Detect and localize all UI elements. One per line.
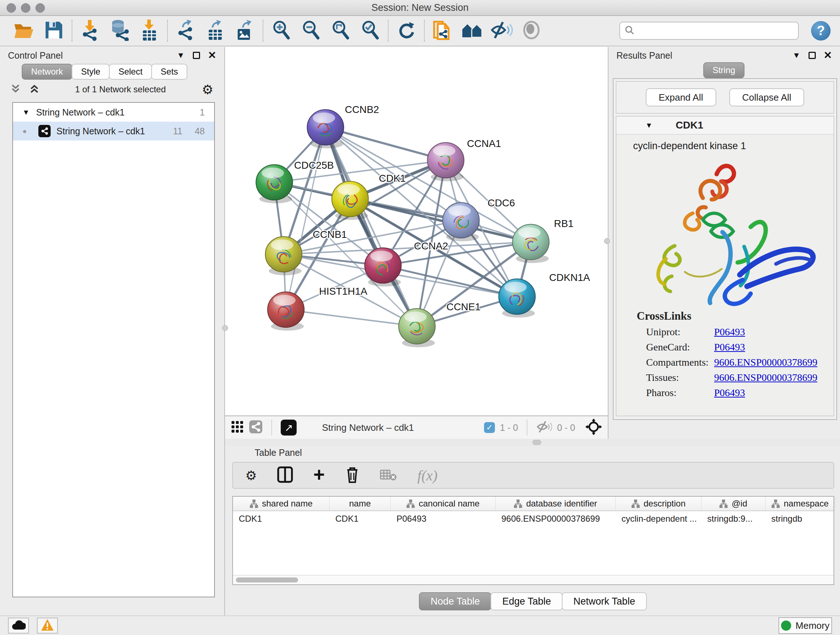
right-splitter-grip[interactable] [604,238,610,244]
tab-edge-table[interactable]: Edge Table [491,592,562,610]
check-icon: ✓ [486,423,493,432]
panel-close-icon[interactable]: ✕ [824,50,832,60]
node-RB1[interactable]: RB1 [513,218,574,263]
column-header-database-identifier[interactable]: database identifier [496,497,616,510]
tab-network[interactable]: Network [22,64,73,80]
cloud-button[interactable] [8,618,29,633]
table-horizontal-scrollbar[interactable] [233,575,834,584]
node-CCNB2[interactable]: CCNB2 [307,104,379,148]
export-image-button[interactable] [230,19,260,43]
node-CCNA1[interactable]: CCNA1 [427,138,501,181]
panel-collapse-icon[interactable]: ▼ [177,51,185,59]
node-CDKN1A[interactable]: CDKN1A [499,272,591,318]
table-cell[interactable]: P06493 [391,511,496,526]
window-close-button[interactable] [6,3,16,13]
refresh-view-button[interactable] [392,19,421,43]
table-row[interactable]: CDK1CDK1P064939606.ENSP00000378699cyclin… [233,511,834,526]
column-header-canonical-name[interactable]: canonical name [391,497,496,510]
detach-view-button[interactable]: ↗ [281,420,297,435]
zoom-in-button[interactable] [266,19,296,43]
splitter-grip[interactable] [532,440,541,445]
memory-button[interactable]: Memory [778,617,832,634]
network-view-title: String Network – cdk1 [322,422,414,433]
table-cell[interactable]: cyclin-dependent ... [616,511,701,526]
delete-column-icon[interactable] [345,466,360,485]
panel-close-icon[interactable]: ✕ [208,50,216,60]
scrollbar-thumb[interactable] [236,578,298,583]
table-cell[interactable]: CDK1 [330,511,391,526]
hidden-eye-icon[interactable] [536,420,552,435]
help-button[interactable]: ? [811,21,831,41]
network-row[interactable]: ● String Network – cdk1 11 48 [13,122,214,141]
panel-collapse-icon[interactable]: ▼ [793,51,801,59]
zoom-selected-button[interactable] [355,19,385,43]
import-network-button[interactable] [75,19,105,43]
network-mode-icon[interactable] [249,420,263,435]
node-result-header[interactable]: ▼ CDK1 [616,117,834,135]
network-canvas[interactable]: CCNB2CCNA1CDC25BCDK1CDC6RB1CCNB1CCNA2CDK… [225,47,608,416]
column-header-shared-name[interactable]: shared name [233,497,330,510]
fit-content-icon[interactable] [585,418,602,437]
expand-all-nets-icon[interactable] [30,84,39,95]
edge-CCNB2-HIST1H1A[interactable] [286,127,325,310]
column-header--id[interactable]: @id [701,497,766,510]
crosslink-link[interactable]: 9606.ENSP00000378699 [714,372,817,383]
warning-button[interactable] [37,618,58,633]
crosslink-link[interactable]: P06493 [714,326,745,338]
table-gear-icon[interactable]: ⚙ [245,468,257,483]
columns-icon[interactable] [277,466,293,485]
window-zoom-button[interactable] [35,3,45,13]
tab-sets[interactable]: Sets [151,64,187,80]
crosslink-link[interactable]: P06493 [714,341,745,353]
tab-string[interactable]: String [703,62,745,78]
show-glass-button[interactable] [516,19,546,43]
export-table-button[interactable] [201,19,230,43]
column-header-description[interactable]: description [616,497,701,510]
network-collection-row[interactable]: ▼ String Network – cdk1 1 [13,103,214,122]
table-cell[interactable]: stringdb:9... [701,511,766,526]
panel-float-icon[interactable] [808,52,816,59]
window-minimize-button[interactable] [21,3,30,13]
string-import-button[interactable] [428,19,457,43]
save-session-button[interactable] [39,19,69,43]
horizontal-splitter[interactable] [225,439,840,446]
hide-glass-button[interactable] [487,19,516,43]
edge-HIST1H1A-CCNE1[interactable] [286,310,417,326]
import-table-button[interactable] [134,19,164,43]
zoom-out-button[interactable] [296,19,325,43]
node-HIST1H1A[interactable]: HIST1H1A [268,286,368,331]
left-splitter-grip[interactable] [222,325,228,331]
add-column-icon[interactable]: + [313,464,325,484]
open-session-button[interactable] [9,19,39,43]
section-collapse-icon[interactable]: ▼ [645,121,653,130]
network-graph[interactable]: CCNB2CCNA1CDC25BCDK1CDC6RB1CCNB1CCNA2CDK… [225,47,608,415]
panel-float-icon[interactable] [193,52,200,59]
selected-checkbox-icon[interactable]: ✓ [484,422,495,433]
table-cell[interactable]: 9606.ENSP00000378699 [496,511,616,526]
tree-expand-icon[interactable]: ▼ [22,108,30,117]
search-field[interactable] [619,22,799,40]
grid-mode-icon[interactable] [231,420,244,435]
tab-node-table[interactable]: Node Table [419,592,491,610]
delete-table-icon[interactable] [380,468,397,483]
crosslink-link[interactable]: P06493 [714,387,745,399]
search-input[interactable] [638,25,794,36]
table-cell[interactable]: stringdb [766,511,835,526]
tab-style[interactable]: Style [72,64,110,80]
export-network-button[interactable] [171,19,201,43]
tab-network-table[interactable]: Network Table [562,592,647,610]
gear-icon[interactable]: ⚙ [202,82,213,97]
tab-select[interactable]: Select [109,64,152,80]
node-CDC25B[interactable]: CDC25B [256,160,334,203]
crosslink-link[interactable]: 9606.ENSP00000378699 [714,356,817,368]
collapse-all-button[interactable]: Collapse All [729,88,805,106]
collapse-all-nets-icon[interactable] [11,84,20,95]
column-header-namespace[interactable]: namespace [766,497,835,510]
expand-all-button[interactable]: Expand All [646,88,716,106]
column-header-name[interactable]: name [330,497,391,510]
function-builder-icon[interactable]: f(x) [417,467,438,484]
import-network-from-database-button[interactable] [105,19,134,43]
table-cell[interactable]: CDK1 [233,511,330,526]
string-home-button[interactable] [457,19,487,43]
zoom-fit-button[interactable] [325,19,355,43]
